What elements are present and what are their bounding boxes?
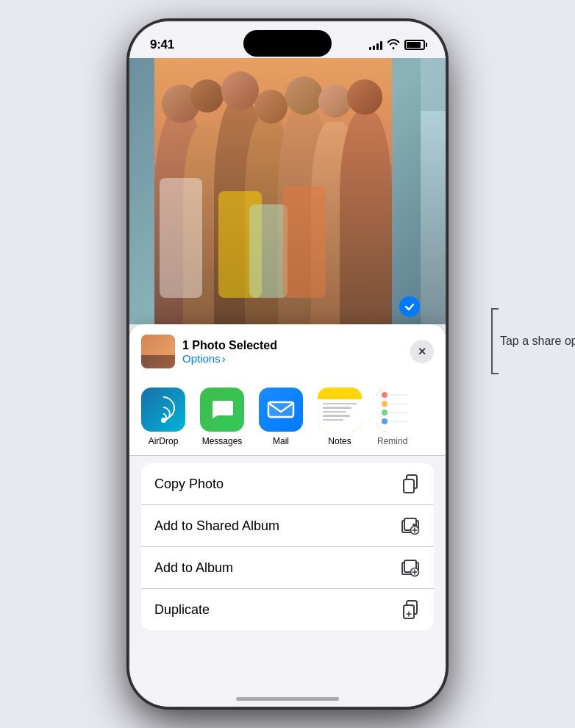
reminders-label: Reminders [377,436,420,446]
annotation: Tap a share option. [491,308,575,374]
copy-photo-icon [400,474,421,494]
copy-photo-label: Copy Photo [154,477,224,492]
notes-icon [318,388,362,432]
annotation-text: Tap a share option. [500,335,575,348]
messages-icon [200,388,244,432]
app-item-messages[interactable]: Messages [200,388,244,446]
svg-rect-0 [268,401,293,418]
add-shared-album-label: Add to Shared Album [154,518,279,534]
action-add-shared-album[interactable]: Add to Shared Album [141,504,434,546]
main-photo [154,58,392,324]
action-duplicate[interactable]: Duplicate [141,588,434,630]
wifi-icon [387,39,400,51]
svg-point-7 [413,524,415,527]
share-header-left: 1 Photo Selected Options › [141,335,277,368]
app-item-mail[interactable]: Mail [259,388,303,446]
photo-thumbnail [141,335,175,368]
bracket-line [491,308,493,374]
svg-rect-3 [404,479,414,493]
app-item-notes[interactable]: Notes [318,388,362,446]
action-list: Copy Photo Add to Shared Album [141,463,434,630]
options-chevron: › [222,352,226,365]
home-indicator [236,697,339,701]
app-item-airdrop[interactable]: AirDrop [141,388,185,446]
dynamic-island [243,30,332,57]
battery-icon [404,40,425,50]
close-button[interactable]: ✕ [410,340,434,363]
airdrop-icon [141,388,185,432]
app-item-reminders[interactable]: Reminders [376,388,421,446]
duplicate-label: Duplicate [154,602,210,618]
signal-icon [369,40,382,50]
options-label: Options [182,352,221,365]
share-header-title: 1 Photo Selected [182,338,277,352]
duplicate-icon [400,599,421,620]
share-sheet: 1 Photo Selected Options › ✕ [129,324,446,707]
photo-checkmark [399,296,420,317]
mail-icon [259,388,303,432]
share-header-info: 1 Photo Selected Options › [182,338,277,365]
share-header: 1 Photo Selected Options › ✕ [129,324,446,376]
reminders-icon [376,388,421,432]
add-album-label: Add to Album [154,560,233,576]
options-link[interactable]: Options › [182,352,277,365]
status-icons [369,39,425,51]
photo-preview-area [129,58,446,324]
action-add-album[interactable]: Add to Album [141,546,434,588]
airdrop-label: AirDrop [149,436,179,446]
messages-label: Messages [202,436,243,446]
action-copy-photo[interactable]: Copy Photo [141,463,434,504]
add-album-icon [400,557,421,578]
apps-row: AirDrop Messages [129,376,446,456]
add-shared-album-icon [400,515,421,536]
status-time: 9:41 [150,38,174,52]
mail-label: Mail [273,436,289,446]
notes-label: Notes [328,436,351,446]
